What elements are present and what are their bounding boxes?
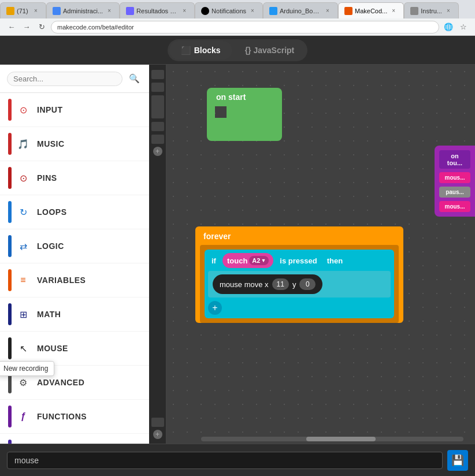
music-label: MUSIC (37, 139, 65, 148)
tab-7-title: Instru... (421, 8, 442, 14)
category-advanced[interactable]: ⚙ ADVANCED New recording (0, 366, 149, 400)
if-keyword: if (208, 254, 220, 267)
mini-row-5 (151, 135, 164, 144)
reload-button[interactable]: ↻ (36, 21, 47, 33)
mouse-move-block[interactable]: mouse move x 11 y 0 (213, 274, 322, 294)
tab-3-title: Resultados d... (136, 8, 178, 14)
category-music[interactable]: 🎵 MUSIC (0, 127, 149, 161)
save-icon: 💾 (451, 454, 464, 467)
touch-block[interactable]: touch A2 ▼ (222, 253, 273, 268)
tab-2[interactable]: Administraci... × (46, 2, 120, 18)
category-functions[interactable]: ƒ FUNCTIONS (0, 400, 149, 434)
forever-label: forever (203, 232, 231, 241)
view-toggle: ⬛ Blocks {} JavaScript (168, 39, 308, 61)
mini-row-6 (151, 418, 164, 427)
mouse2-partial-label: mous... (439, 201, 470, 212)
a2-label: A2 (252, 257, 260, 264)
category-pins[interactable]: ⊙ PINS (0, 161, 149, 195)
mini-plus-2[interactable]: + (153, 430, 162, 439)
tab-6-close[interactable]: × (389, 7, 398, 15)
on-start-block[interactable]: on start (207, 88, 282, 106)
on-start-label: on start (216, 92, 246, 102)
dropdown-chevron: ▼ (261, 258, 266, 263)
browser-chrome: (71) × Administraci... × Resultados d...… (0, 0, 475, 36)
tab-3[interactable]: Resultados d... × (120, 2, 195, 18)
input-stripe (8, 99, 12, 121)
save-button[interactable]: 💾 (447, 450, 468, 471)
forever-group: forever if touch A2 (195, 226, 403, 328)
tab-2-favicon (53, 7, 61, 15)
bookmark-icon[interactable]: ☆ (458, 21, 469, 33)
mini-plus-1[interactable]: + (153, 147, 162, 156)
tab-3-close[interactable]: × (180, 7, 188, 15)
category-loops[interactable]: ↻ LOOPS (0, 195, 149, 229)
back-button[interactable]: ← (6, 21, 17, 33)
tab-4[interactable]: Notifications × (195, 2, 263, 18)
variables-icon: ≡ (15, 272, 31, 288)
mini-row-3 (151, 95, 164, 118)
tab-5-close[interactable]: × (324, 7, 332, 15)
forward-button[interactable]: → (21, 21, 32, 33)
category-arrays[interactable]: ≡ ARRAYS (0, 434, 149, 444)
tab-3-favicon (126, 7, 134, 15)
search-icon[interactable]: 🔍 (126, 70, 142, 87)
tab-6-title: MakeCod... (355, 8, 387, 14)
tab-1-favicon (6, 7, 14, 15)
logic-stripe (8, 235, 12, 257)
touch-label: touch (227, 256, 247, 265)
category-input[interactable]: ⊙ INPUT (0, 93, 149, 127)
horizontal-scrollbar[interactable] (201, 437, 463, 441)
category-list: ⊙ INPUT 🎵 MUSIC ⊙ PINS ↻ LOOPS (0, 93, 149, 444)
pins-icon: ⊙ (15, 170, 31, 186)
a2-dropdown[interactable]: A2 ▼ (249, 256, 269, 265)
search-input[interactable] (7, 72, 123, 86)
tab-5-favicon (269, 7, 277, 15)
tab-bar: (71) × Administraci... × Resultados d...… (0, 0, 475, 18)
add-statement-button[interactable]: + (208, 301, 222, 315)
pins-label: PINS (37, 173, 57, 183)
category-math[interactable]: ⊞ MATH (0, 298, 149, 332)
math-label: MATH (37, 310, 61, 319)
notch-right (227, 106, 282, 118)
if-block[interactable]: if touch A2 ▼ is pressed then (205, 250, 394, 318)
then-label: then (324, 254, 346, 267)
mouse-stripe (8, 337, 12, 359)
forever-header-area: forever (195, 226, 403, 241)
tab-2-close[interactable]: × (105, 7, 113, 15)
blocks-canvas[interactable]: on start forever (166, 65, 475, 444)
tab-6-favicon (344, 7, 352, 15)
blocks-icon: ⬛ (181, 46, 191, 55)
address-input[interactable] (51, 21, 439, 34)
category-mouse[interactable]: ↖ MOUSE (0, 332, 149, 366)
tab-1-title: (71) (17, 8, 29, 14)
scrollbar-thumb[interactable] (306, 437, 376, 441)
tab-6[interactable]: MakeCod... × (338, 2, 404, 18)
y-value[interactable]: 0 (299, 278, 316, 290)
tab-5[interactable]: Arduino_Boa... × (263, 2, 338, 18)
loops-icon: ↻ (15, 204, 31, 220)
top-toolbar: ⬛ Blocks {} JavaScript (0, 36, 475, 65)
category-variables[interactable]: ≡ VARIABLES (0, 263, 149, 298)
variables-label: VARIABLES (37, 276, 86, 285)
advanced-icon: ⚙ (15, 374, 31, 391)
math-stripe (8, 303, 12, 325)
mini-row-1 (151, 70, 164, 79)
arrays-stripe (8, 440, 12, 444)
tab-7-close[interactable]: × (444, 7, 452, 15)
bottom-bar: 💾 (0, 444, 475, 476)
tab-4-close[interactable]: × (248, 7, 257, 15)
category-logic[interactable]: ⇄ LOGIC (0, 229, 149, 263)
partial-right-block: on tou... mous... paus... mous... (435, 146, 475, 217)
mini-row-2 (151, 83, 164, 92)
forever-wrapper[interactable]: forever if touch A2 (195, 226, 403, 323)
tab-4-title: Notifications (211, 8, 246, 14)
tab-1-close[interactable]: × (32, 7, 40, 15)
blocks-tab[interactable]: ⬛ Blocks (169, 41, 232, 60)
javascript-tab[interactable]: {} JavaScript (233, 41, 306, 60)
translate-icon[interactable]: 🌐 (443, 21, 454, 33)
tab-1[interactable]: (71) × (0, 2, 46, 18)
input-label: INPUT (37, 105, 63, 114)
bottom-text-input[interactable] (7, 452, 443, 469)
x-value[interactable]: 11 (272, 278, 289, 290)
tab-7[interactable]: Instru... × (404, 2, 459, 18)
